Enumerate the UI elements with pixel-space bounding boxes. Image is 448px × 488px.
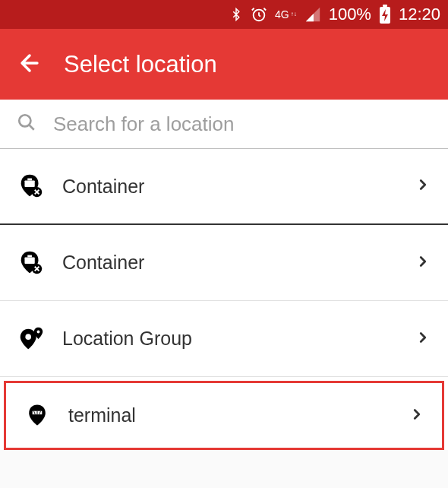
location-list: Container Container	[0, 149, 448, 450]
container-pin-icon	[17, 172, 46, 201]
svg-rect-8	[27, 255, 32, 257]
svg-rect-2	[383, 5, 387, 7]
svg-point-11	[37, 330, 40, 333]
search-icon	[17, 112, 36, 135]
status-bar: 4G ↑↓ 100% 12:20	[0, 0, 448, 29]
network-label: 4G	[275, 9, 289, 20]
svg-rect-4	[24, 180, 34, 187]
battery-charging-icon	[379, 5, 391, 24]
back-button[interactable]	[17, 50, 43, 79]
app-bar: Select location	[0, 29, 448, 100]
list-item-location-group[interactable]: Location Group	[0, 301, 448, 377]
chevron-right-icon	[415, 172, 431, 201]
svg-rect-7	[24, 257, 34, 264]
location-group-pin-icon	[17, 325, 46, 353]
terminal-pin-icon	[23, 402, 52, 429]
network-4g-icon: 4G ↑↓	[275, 9, 297, 20]
bluetooth-icon	[229, 6, 243, 23]
clock-time: 12:20	[399, 5, 440, 24]
search-bar[interactable]	[0, 100, 448, 149]
svg-rect-5	[27, 179, 32, 181]
page-title: Select location	[64, 51, 217, 78]
svg-point-3	[19, 115, 30, 126]
list-item-container[interactable]: Container	[0, 149, 448, 225]
list-item-container[interactable]: Container	[0, 225, 448, 301]
list-item-label: terminal	[68, 404, 392, 426]
alarm-icon	[251, 6, 267, 23]
container-pin-icon	[17, 249, 46, 277]
svg-point-10	[25, 334, 31, 340]
list-item-label: Container	[62, 252, 398, 274]
chevron-right-icon	[409, 401, 425, 430]
network-arrows-icon: ↑↓	[291, 11, 297, 17]
list-item-label: Container	[62, 176, 398, 198]
chevron-right-icon	[415, 325, 431, 353]
cell-signal-icon	[304, 6, 321, 23]
search-input[interactable]	[53, 112, 431, 136]
list-item-terminal[interactable]: terminal	[4, 381, 444, 450]
chevron-right-icon	[415, 249, 431, 277]
list-item-label: Location Group	[62, 328, 398, 350]
battery-percentage: 100%	[329, 5, 371, 24]
